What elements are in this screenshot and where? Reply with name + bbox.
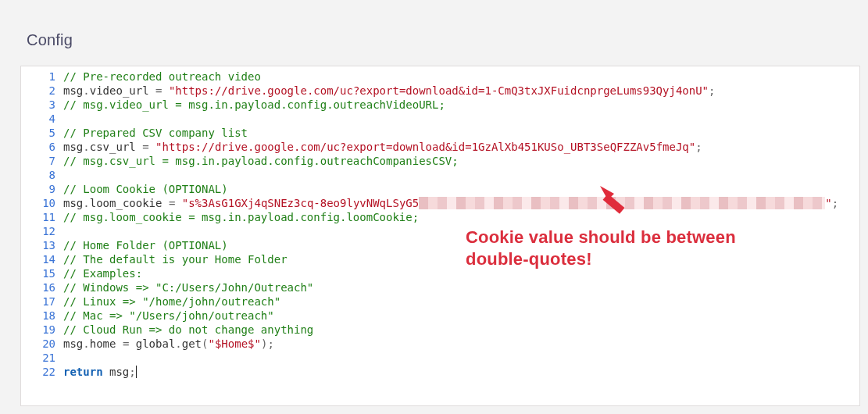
comment-text: // msg.loom_cookie = msg.in.payload.conf… bbox=[63, 211, 419, 223]
code-line[interactable]: 9 // Loom Cookie (OPTIONAL) bbox=[21, 182, 859, 196]
annotation-line: Cookie value should be between bbox=[466, 227, 856, 248]
code-line[interactable]: 21 bbox=[21, 351, 859, 365]
comment-text: // Prepared CSV company list bbox=[63, 127, 248, 139]
code-line[interactable]: 4 bbox=[21, 112, 859, 126]
line-number: 12 bbox=[21, 224, 63, 238]
line-number: 16 bbox=[21, 280, 63, 294]
comment-text: // The default is your Home Folder bbox=[63, 253, 288, 266]
comment-text: // Mac => "/Users/john/outreach" bbox=[63, 309, 274, 322]
line-number: 6 bbox=[21, 140, 63, 154]
ident: msg bbox=[63, 197, 83, 209]
line-number: 18 bbox=[21, 309, 63, 323]
punct-semi: ; bbox=[267, 337, 273, 350]
punct: ( bbox=[202, 337, 208, 350]
code-line[interactable]: 10 msg.loom_cookie = "s%3AsG1GXj4qSNEz3c… bbox=[21, 196, 859, 210]
comment-text: // Linux => "/home/john/outreach" bbox=[63, 295, 280, 308]
line-number: 1 bbox=[21, 70, 63, 84]
punct: = bbox=[149, 84, 169, 97]
config-panel: Config 1 // Pre-recorded outreach video … bbox=[0, 0, 868, 414]
comment-text: // msg.video_url = msg.in.payload.config… bbox=[63, 98, 445, 111]
line-number: 11 bbox=[21, 210, 63, 224]
text-cursor bbox=[136, 366, 137, 378]
string-literal-start: "s%3AsG1GXj4qSNEz3cq-8eo9lyvNWqLSyG5 bbox=[182, 197, 419, 209]
code-line[interactable]: 22 return msg; bbox=[21, 365, 859, 379]
code-line[interactable]: 11 // msg.loom_cookie = msg.in.payload.c… bbox=[21, 210, 859, 224]
punct-semi: ; bbox=[832, 197, 838, 209]
string-literal: "$Home$" bbox=[209, 337, 261, 350]
annotation-callout: Cookie value should be between double-qu… bbox=[466, 227, 856, 270]
ident: global bbox=[136, 337, 176, 350]
punct: = bbox=[162, 197, 181, 209]
code-line[interactable]: 20 msg.home = global.get("$Home$"); bbox=[21, 337, 859, 351]
punct-semi: ; bbox=[129, 366, 135, 378]
code-line[interactable]: 5 // Prepared CSV company list bbox=[21, 126, 859, 140]
comment-text: // Loom Cookie (OPTIONAL) bbox=[63, 183, 228, 195]
line-number: 22 bbox=[21, 365, 63, 379]
punct: . bbox=[83, 141, 89, 153]
code-line[interactable]: 6 msg.csv_url = "https://drive.google.co… bbox=[21, 140, 859, 154]
code-line[interactable]: 3 // msg.video_url = msg.in.payload.conf… bbox=[21, 98, 859, 112]
line-number: 10 bbox=[21, 196, 63, 210]
string-literal: "https://drive.google.com/uc?export=down… bbox=[155, 141, 695, 153]
code-line[interactable]: 1 // Pre-recorded outreach video bbox=[21, 70, 859, 84]
code-line[interactable]: 2 msg.video_url = "https://drive.google.… bbox=[21, 84, 859, 98]
punct-semi: ; bbox=[695, 141, 702, 153]
line-number: 8 bbox=[21, 168, 63, 182]
ident: home bbox=[90, 337, 116, 350]
comment-text: // Cloud Run => do not change anything bbox=[63, 323, 313, 336]
line-number: 13 bbox=[21, 238, 63, 252]
punct: = bbox=[116, 337, 135, 350]
punct: . bbox=[83, 84, 89, 97]
keyword-return: return bbox=[63, 366, 103, 378]
line-number: 3 bbox=[21, 98, 63, 112]
punct: . bbox=[83, 337, 89, 350]
code-line[interactable]: 8 bbox=[21, 168, 859, 182]
line-number: 17 bbox=[21, 294, 63, 309]
line-number: 2 bbox=[21, 84, 63, 98]
comment-text: // Pre-recorded outreach video bbox=[63, 70, 261, 83]
code-line[interactable]: 7 // msg.csv_url = msg.in.payload.config… bbox=[21, 154, 859, 168]
annotation-line: double-quotes! bbox=[466, 248, 856, 270]
ident: msg bbox=[63, 337, 83, 350]
code-line[interactable]: 17 // Linux => "/home/john/outreach" bbox=[21, 294, 859, 309]
line-number: 9 bbox=[21, 182, 63, 196]
comment-text: // msg.csv_url = msg.in.payload.config.o… bbox=[63, 155, 459, 167]
code-line[interactable]: 19 // Cloud Run => do not change anythin… bbox=[21, 323, 859, 337]
punct: . bbox=[83, 197, 89, 209]
code-line[interactable]: 16 // Windows => "C:/Users/John/Outreach… bbox=[21, 280, 859, 294]
line-number: 15 bbox=[21, 266, 63, 280]
panel-title: Config bbox=[27, 31, 73, 49]
string-literal-end: " bbox=[825, 197, 831, 209]
code-body[interactable]: 1 // Pre-recorded outreach video 2 msg.v… bbox=[21, 66, 859, 379]
punct-semi: ; bbox=[709, 84, 715, 97]
line-number: 7 bbox=[21, 154, 63, 168]
ident: csv_url bbox=[90, 141, 136, 153]
redacted-cookie-value bbox=[419, 197, 825, 209]
punct: = bbox=[136, 141, 155, 153]
ident: msg bbox=[109, 366, 129, 378]
ident: get bbox=[182, 337, 202, 350]
comment-text: // Windows => "C:/Users/John/Outreach" bbox=[63, 281, 313, 294]
ident: msg bbox=[63, 84, 83, 97]
code-line[interactable]: 18 // Mac => "/Users/john/outreach" bbox=[21, 309, 859, 323]
line-number: 19 bbox=[21, 323, 63, 337]
line-number: 20 bbox=[21, 337, 63, 351]
punct: . bbox=[175, 337, 181, 350]
ident: loom_cookie bbox=[90, 197, 163, 209]
comment-text: // Examples: bbox=[63, 267, 142, 280]
line-number: 4 bbox=[21, 112, 63, 126]
line-number: 21 bbox=[21, 351, 63, 365]
line-number: 5 bbox=[21, 126, 63, 140]
ident: msg bbox=[63, 141, 83, 153]
line-number: 14 bbox=[21, 252, 63, 266]
string-literal: "https://drive.google.com/uc?export=down… bbox=[169, 84, 709, 97]
comment-text: // Home Folder (OPTIONAL) bbox=[63, 239, 228, 252]
space bbox=[103, 366, 109, 378]
ident: video_url bbox=[90, 84, 149, 97]
